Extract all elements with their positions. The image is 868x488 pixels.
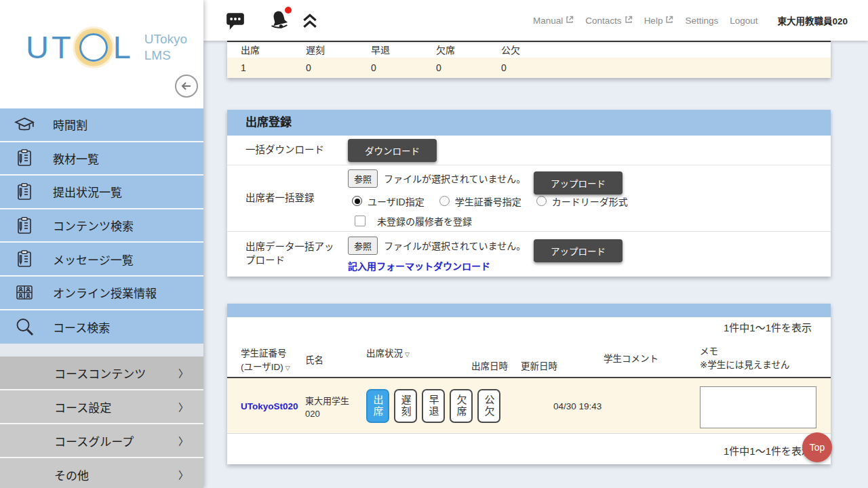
status-button-absent[interactable]: 欠席 — [450, 389, 473, 423]
sidebar-item-content-search[interactable]: コンテンツ検索 — [0, 209, 203, 243]
upload-button[interactable]: アップロード — [534, 239, 623, 262]
sidebar-item-messages[interactable]: メッセージ一覧 — [0, 243, 203, 277]
result-count-top: 1件中1〜1件を表示 — [724, 320, 812, 334]
radio-student-number-label[interactable]: 学生証番号指定 — [455, 195, 521, 208]
students-section-header-bar — [227, 304, 831, 317]
bulk-register-row: 出席者一括登録 参照 ファイルが選択されていません。 ユーザID指定 学生証番号… — [227, 165, 831, 232]
radio-user-id-label[interactable]: ユーザID指定 — [368, 195, 425, 208]
bulk-register-label: 出席者一括登録 — [227, 192, 348, 205]
sidebar-item-course-settings[interactable]: コース設定 〉 — [0, 390, 203, 424]
logo-ring-o — [79, 33, 108, 62]
sidebar-item-label: コースコンテンツ — [54, 365, 146, 382]
sidebar-item-label: 提出状況一覧 — [53, 183, 122, 200]
browse-button[interactable]: 参照 — [348, 169, 378, 188]
radio-card-reader[interactable] — [536, 196, 547, 206]
collapse-up-icon[interactable] — [301, 13, 319, 32]
logo-text-right: L — [113, 28, 134, 66]
summary-value-excused: 0 — [488, 58, 553, 78]
status-button-group: 出席 遅刻 早退 欠席 公欠 — [366, 389, 500, 423]
column-status[interactable]: 出席状況▽ — [366, 347, 410, 361]
bulk-upload-row: 出席データ一括アップロード 参照 ファイルが選択されていません。 記入用フォーマ… — [227, 232, 831, 277]
attendance-summary-table: 出席 遅刻 早退 欠席 公欠 1 0 0 0 0 — [227, 41, 831, 78]
messages-icon[interactable] — [225, 12, 245, 33]
summary-value-absent: 0 — [422, 58, 488, 78]
sidebar-item-label: 教材一覧 — [53, 150, 99, 167]
student-id-link[interactable]: UTokyoSt020 — [241, 401, 298, 411]
register-unenrolled-checkbox[interactable] — [355, 216, 366, 226]
logo-subtext-line1: UTokyo — [144, 32, 187, 46]
sort-icon[interactable]: ▽ — [405, 351, 410, 358]
sort-icon[interactable]: ▽ — [285, 365, 290, 371]
download-button[interactable]: ダウンロード — [348, 139, 437, 162]
sidebar-submenu: コースコンテンツ 〉 コース設定 〉 コースグループ 〉 その他 〉 — [0, 357, 203, 488]
help-label: Help — [644, 16, 663, 26]
status-button-early-leave[interactable]: 早退 — [422, 389, 445, 423]
status-button-present[interactable]: 出席 — [366, 389, 389, 423]
sidebar-item-label: その他 — [54, 466, 89, 483]
bulk-download-label: 一括ダウンロード — [227, 144, 348, 157]
chevron-right-icon: 〉 — [178, 434, 189, 448]
logo-subtext: UTokyo LMS — [144, 31, 187, 64]
students-table-footer: 1件中1〜1件を表示 — [227, 434, 831, 464]
column-name: 氏名 — [305, 354, 323, 367]
sidebar-item-course-contents[interactable]: コースコンテンツ 〉 — [0, 357, 203, 390]
sidebar-item-label: 時間割 — [53, 116, 87, 133]
radio-student-number[interactable] — [439, 196, 450, 206]
bulk-download-row: 一括ダウンロード ダウンロード — [227, 136, 831, 165]
column-student-comment: 学生コメント — [604, 352, 658, 366]
sidebar-item-label: コース設定 — [54, 399, 111, 415]
upload-button[interactable]: アップロード — [534, 171, 623, 195]
external-link-icon — [566, 16, 574, 26]
sidebar-item-materials[interactable]: 教材一覧 — [0, 142, 203, 176]
panel-title: 出席登録 — [227, 110, 831, 136]
summary-header-late: 遅刻 — [292, 42, 357, 58]
status-button-late[interactable]: 遅刻 — [394, 389, 417, 423]
contacts-link[interactable]: Contacts — [585, 16, 632, 26]
settings-link[interactable]: Settings — [685, 16, 718, 26]
clipboard-icon — [14, 216, 35, 236]
summary-header-row: 出席 遅刻 早退 欠席 公欠 — [227, 41, 831, 58]
clipboard-icon — [14, 148, 35, 168]
attended-at-value: 04/30 19:43 — [553, 401, 601, 411]
register-unenrolled-line: 未登録の履修者を登録 — [355, 214, 637, 228]
scroll-to-top-button[interactable]: Top — [802, 432, 832, 462]
summary-value-late: 0 — [292, 58, 357, 78]
current-user-name: 東大用教職員020 — [777, 14, 848, 27]
attendance-registration-panel: 出席登録 一括ダウンロード ダウンロード 出席者一括登録 参照 ファイルが選択さ… — [227, 110, 831, 277]
help-link[interactable]: Help — [644, 16, 674, 26]
sidebar-collapse-button[interactable] — [175, 75, 198, 98]
format-download-link[interactable]: 記入用フォーマットダウンロード — [348, 259, 526, 272]
memo-header-line1: メモ — [700, 346, 718, 357]
clipboard-icon — [14, 182, 35, 202]
sidebar-item-others[interactable]: その他 〉 — [0, 458, 203, 488]
students-table-header: 学生証番号 (ユーザID)▽ 氏名 出席状況▽ 出席日時 更新日時 学生コメント… — [227, 342, 831, 378]
sidebar-item-course-group[interactable]: コースグループ 〉 — [0, 424, 203, 458]
no-file-selected-text: ファイルが選択されていません。 — [384, 171, 526, 185]
memo-textarea[interactable] — [700, 386, 816, 428]
sidebar-item-label: オンライン授業情報 — [53, 284, 157, 301]
online-class-grid-icon — [14, 283, 35, 302]
column-student-id[interactable]: 学生証番号 (ユーザID)▽ — [241, 347, 290, 375]
column-memo: メモ ※学生には見えません — [700, 345, 789, 373]
sidebar-item-course-search[interactable]: コース検索 — [0, 310, 203, 344]
external-link-icon — [625, 16, 633, 26]
radio-user-id[interactable] — [352, 196, 362, 206]
status-button-excused[interactable]: 公欠 — [477, 389, 500, 423]
utol-logo: UT L UTokyo LMS — [26, 28, 187, 66]
browse-button[interactable]: 参照 — [348, 237, 378, 255]
sidebar-item-online-class-info[interactable]: オンライン授業情報 — [0, 277, 203, 310]
summary-values-row: 1 0 0 0 0 — [227, 58, 831, 78]
logo-text-left: UT — [26, 28, 74, 66]
radio-card-reader-label[interactable]: カードリーダ形式 — [552, 195, 628, 208]
register-unenrolled-label[interactable]: 未登録の履修者を登録 — [377, 214, 472, 228]
manual-link[interactable]: Manual — [533, 16, 574, 26]
summary-value-present: 1 — [227, 58, 292, 78]
logo-letters: UT L — [26, 28, 134, 66]
student-name: 東大用学生020 — [305, 395, 362, 421]
sidebar-item-timetable[interactable]: 時間割 — [0, 108, 203, 142]
sidebar-item-submission-status[interactable]: 提出状況一覧 — [0, 176, 203, 209]
summary-value-early-leave: 0 — [357, 58, 422, 78]
logout-link[interactable]: Logout — [730, 16, 757, 26]
chevron-right-icon: 〉 — [178, 468, 189, 482]
file-select-line: 参照 ファイルが選択されていません。 — [348, 237, 526, 255]
